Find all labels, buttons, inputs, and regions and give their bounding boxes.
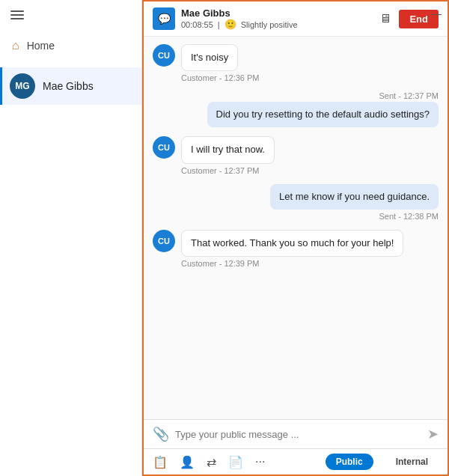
message-row: CU It's noisy bbox=[153, 44, 439, 71]
sentiment-label: Slightly positive bbox=[241, 20, 298, 29]
minimize-icon[interactable]: — bbox=[431, 7, 442, 19]
avatar: CU bbox=[153, 230, 175, 252]
contact-name: Mae Gibbs bbox=[43, 80, 94, 92]
sent-timestamp: Sent - 12:38 PM bbox=[153, 212, 439, 221]
sidebar-item-home[interactable]: ⌂ Home bbox=[0, 31, 141, 60]
transfer-icon[interactable]: ⇄ bbox=[207, 455, 216, 469]
avatar: MG bbox=[10, 73, 35, 99]
message-row-sent: Did you try resetting to the default aud… bbox=[153, 102, 439, 127]
template-icon[interactable]: 📄 bbox=[228, 455, 243, 469]
chat-timer: 00:08:55 bbox=[181, 20, 213, 29]
separator: | bbox=[218, 20, 220, 29]
message-bubble: Let me know if you need guidance. bbox=[270, 184, 439, 210]
sidebar-nav: ⌂ Home bbox=[0, 27, 141, 64]
message-row-sent: Let me know if you need guidance. bbox=[153, 184, 439, 210]
quick-reply-icon[interactable]: 📋 bbox=[153, 455, 168, 469]
message-group-2: Sent - 12:37 PM Did you try resetting to… bbox=[153, 91, 439, 127]
message-row: CU I will try that now. bbox=[153, 136, 439, 163]
avatar: CU bbox=[153, 136, 175, 159]
message-bubble: That worked. Thank you so much for your … bbox=[181, 230, 403, 257]
message-bubble: I will try that now. bbox=[181, 136, 275, 163]
chat-messages: CU It's noisy Customer - 12:36 PM Sent -… bbox=[144, 37, 448, 419]
sidebar-contacts: MG Mae Gibbs bbox=[0, 64, 141, 108]
chat-contact-name: Mae Gibbs bbox=[181, 7, 298, 19]
message-group-3: CU I will try that now. Customer - 12:37… bbox=[153, 136, 439, 174]
chat-header-left: 💬 Mae Gibbs 00:08:55 | 🙂 Slightly positi… bbox=[153, 7, 298, 30]
message-meta: Customer - 12:36 PM bbox=[181, 73, 439, 82]
chat-header: 💬 Mae Gibbs 00:08:55 | 🙂 Slightly positi… bbox=[144, 1, 448, 37]
message-meta: Customer - 12:37 PM bbox=[181, 166, 439, 175]
message-meta: Customer - 12:39 PM bbox=[181, 259, 439, 268]
chat-input[interactable] bbox=[175, 429, 421, 440]
sent-timestamp: Sent - 12:37 PM bbox=[153, 91, 439, 100]
sidebar: ⌂ Home MG Mae Gibbs bbox=[0, 0, 142, 476]
public-mode-button[interactable]: Public bbox=[326, 454, 373, 470]
attach-icon[interactable]: 📎 bbox=[153, 426, 169, 442]
message-bubble: Did you try resetting to the default aud… bbox=[207, 102, 439, 127]
monitor-icon[interactable]: 🖥 bbox=[379, 12, 391, 25]
sentiment-icon: 🙂 bbox=[224, 19, 236, 30]
chat-header-right: 🖥 End bbox=[379, 10, 439, 28]
message-row: CU That worked. Thank you so much for yo… bbox=[153, 230, 439, 257]
chat-input-area: 📎 ➤ bbox=[144, 419, 448, 448]
message-group-1: CU It's noisy Customer - 12:36 PM bbox=[153, 44, 439, 82]
hamburger-icon bbox=[10, 10, 24, 19]
message-bubble: It's noisy bbox=[181, 44, 238, 71]
chat-panel: 💬 Mae Gibbs 00:08:55 | 🙂 Slightly positi… bbox=[142, 0, 449, 476]
chat-header-info: Mae Gibbs 00:08:55 | 🙂 Slightly positive bbox=[181, 7, 298, 30]
contact-item-mae-gibbs[interactable]: MG Mae Gibbs bbox=[0, 67, 141, 105]
chat-channel-icon: 💬 bbox=[153, 7, 175, 30]
sidebar-menu-button[interactable] bbox=[0, 0, 141, 27]
more-options-icon[interactable]: ··· bbox=[255, 455, 265, 469]
message-group-4: Let me know if you need guidance. Sent -… bbox=[153, 184, 439, 221]
chat-header-meta: 00:08:55 | 🙂 Slightly positive bbox=[181, 19, 298, 30]
message-group-5: CU That worked. Thank you so much for yo… bbox=[153, 230, 439, 268]
avatar: CU bbox=[153, 44, 175, 67]
home-icon: ⌂ bbox=[12, 39, 19, 52]
internal-mode-button[interactable]: Internal bbox=[385, 454, 439, 470]
sidebar-item-home-label: Home bbox=[27, 40, 55, 52]
contact-icon[interactable]: 👤 bbox=[180, 455, 195, 469]
chat-toolbar: 📋 👤 ⇄ 📄 ··· Public Internal bbox=[144, 448, 448, 475]
send-icon[interactable]: ➤ bbox=[427, 426, 439, 442]
